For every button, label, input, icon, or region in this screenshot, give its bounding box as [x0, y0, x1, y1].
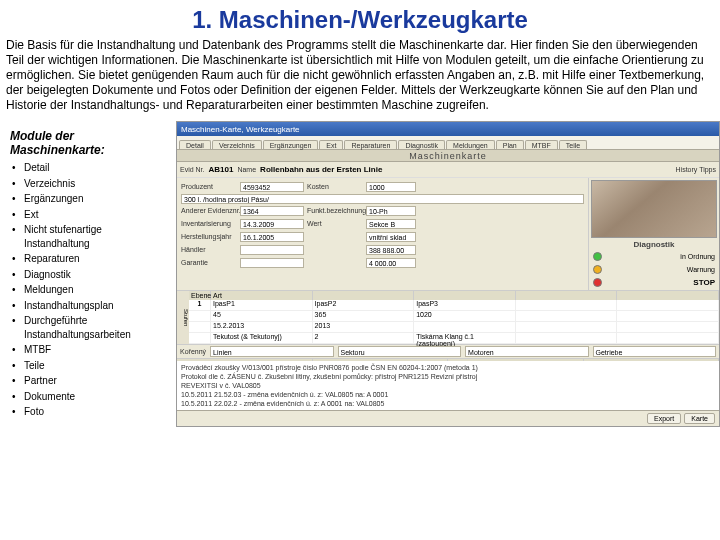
tab[interactable]: Plan	[496, 140, 524, 149]
export-button[interactable]: Export	[647, 413, 681, 424]
tab[interactable]: Verzeichnis	[212, 140, 262, 149]
tab-strip: DetailVerzeichnisErgänzungenExtReparatur…	[177, 136, 719, 150]
history-label[interactable]: History Tipps	[676, 166, 716, 173]
tab[interactable]: Ergänzungen	[263, 140, 319, 149]
status-stop: STOP	[693, 278, 715, 287]
module-item: Durchgeführte Instandhaltungsarbeiten	[10, 314, 170, 341]
tab[interactable]: Diagnostik	[398, 140, 445, 149]
card-banner: Maschinenkarte	[177, 150, 719, 162]
status-warn: Warnung	[687, 266, 715, 273]
log-text: Prováděcí zkoušky V/013/001 přístroje čí…	[177, 361, 719, 417]
log-area: Prováděcí zkoušky V/013/001 přístroje čí…	[177, 358, 719, 417]
module-item: Ergänzungen	[10, 192, 170, 206]
tree-header: EbeneArt	[189, 291, 719, 300]
module-item: Diagnostik	[10, 268, 170, 282]
name-value: Rollenbahn aus der Ersten Linie	[260, 165, 671, 174]
evid-value: AB101	[209, 165, 234, 174]
tab[interactable]: Teile	[559, 140, 587, 149]
module-item: Partner	[10, 374, 170, 388]
screenshot-panel: Maschinen-Karte, Werkzeugkarte DetailVer…	[176, 121, 720, 427]
intro-text: Die Basis für die Instandhaltung und Dat…	[0, 36, 720, 121]
modules-list: DetailVerzeichnisErgänzungenExtNicht stu…	[10, 161, 170, 419]
right-panel: Diagnostik in Ordnung Warnung STOP	[589, 178, 719, 290]
karte-button[interactable]: Karte	[684, 413, 715, 424]
filter-1[interactable]: Linien	[210, 346, 333, 357]
module-item: Nicht stufenartige Instandhaltung	[10, 223, 170, 250]
tree-rows: 1IpasP1IpasP2IpasP345365102015.2.2013201…	[189, 300, 719, 344]
status-dot-green	[593, 252, 602, 261]
evid-label: Evid Nr.	[180, 166, 205, 173]
tab[interactable]: Ext	[319, 140, 343, 149]
machine-photo	[591, 180, 717, 238]
module-item: Detail	[10, 161, 170, 175]
status-dot-orange	[593, 265, 602, 274]
modules-heading: Module der Maschinenkarte:	[10, 129, 170, 157]
module-item: Foto	[10, 405, 170, 419]
filter-label: Kořenný	[180, 348, 206, 355]
module-item: Dokumente	[10, 390, 170, 404]
tab[interactable]: MTBF	[525, 140, 558, 149]
filter-row: Kořenný Linien Sektoru Motoren Getriebe	[177, 344, 719, 358]
page-title: 1. Maschinen-/Werkzeugkarte	[0, 0, 720, 36]
diagnostik-title: Diagnostik	[591, 240, 717, 249]
filter-2[interactable]: Sektoru	[338, 346, 461, 357]
window-titlebar: Maschinen-Karte, Werkzeugkarte	[177, 122, 719, 136]
filter-3[interactable]: Motoren	[465, 346, 588, 357]
module-item: Meldungen	[10, 283, 170, 297]
filter-4[interactable]: Getriebe	[593, 346, 716, 357]
tree-side-label: Stufen	[177, 291, 189, 344]
log-header	[177, 359, 719, 361]
status-ok: in Ordnung	[680, 253, 715, 260]
tab[interactable]: Meldungen	[446, 140, 495, 149]
name-label: Name	[237, 166, 256, 173]
form-grid: Produzent4593452Kosten1000300 l. /hodina…	[177, 178, 589, 290]
module-item: Teile	[10, 359, 170, 373]
tab[interactable]: Reparaturen	[344, 140, 397, 149]
module-item: MTBF	[10, 343, 170, 357]
module-item: Verzeichnis	[10, 177, 170, 191]
status-dot-red	[593, 278, 602, 287]
module-item: Reparaturen	[10, 252, 170, 266]
tab[interactable]: Detail	[179, 140, 211, 149]
module-item: Ext	[10, 208, 170, 222]
module-item: Instandhaltungsplan	[10, 299, 170, 313]
